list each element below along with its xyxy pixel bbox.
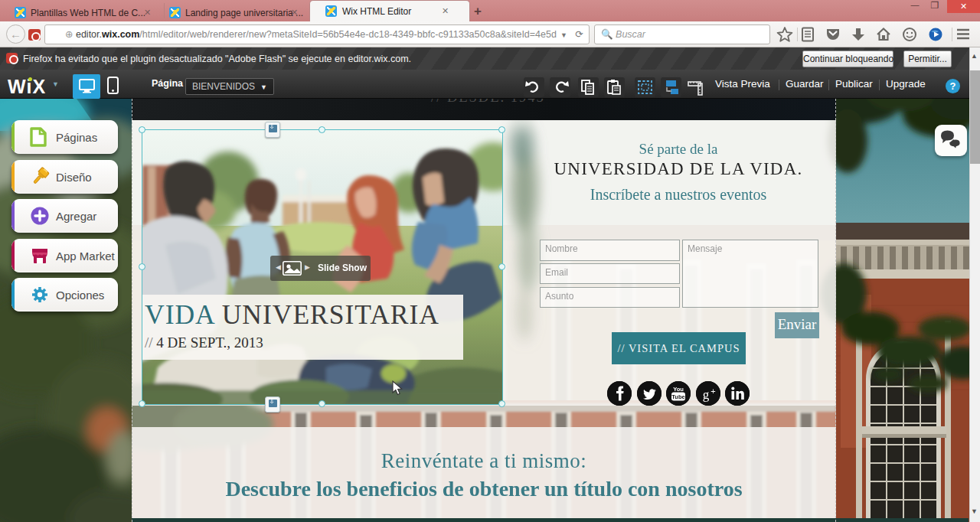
- svg-text:You: You: [673, 386, 684, 393]
- svg-text:g: g: [703, 387, 710, 402]
- svg-text:+: +: [710, 387, 715, 396]
- svg-text:Tube: Tube: [671, 393, 684, 400]
